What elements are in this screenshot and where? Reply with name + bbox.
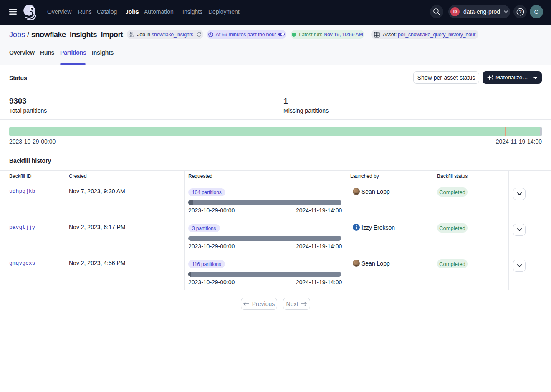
svg-text:?: ? <box>519 9 522 14</box>
